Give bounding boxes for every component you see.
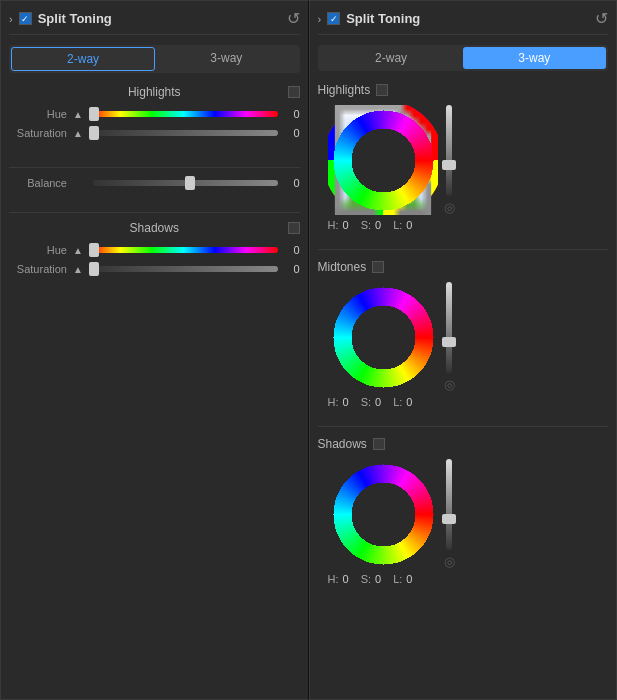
- right-midtones-section: Midtones ◎ H: 0 S: 0 L: 0: [318, 260, 609, 408]
- left-tab-2way[interactable]: 2-way: [11, 47, 155, 71]
- right-midtones-checkbox[interactable]: [372, 261, 384, 273]
- left-panel-title: Split Toning: [38, 11, 112, 26]
- right-shadows-header: Shadows: [318, 437, 609, 451]
- left-shadows-hue-label: Hue: [9, 244, 67, 256]
- right-shadows-h-value: 0: [343, 573, 349, 585]
- right-shadows-luminance-slider[interactable]: ◎: [444, 459, 455, 569]
- left-highlights-checkbox[interactable]: [288, 86, 300, 98]
- right-tab-3way[interactable]: 3-way: [463, 47, 606, 69]
- right-shadows-title: Shadows: [318, 437, 367, 451]
- right-shadows-s-value: 0: [375, 573, 381, 585]
- left-balance-row: Balance 0: [9, 176, 300, 190]
- left-shadows-title: Shadows: [21, 221, 288, 235]
- left-panel: › Split Toning ↺ 2-way 3-way Highlights …: [0, 0, 309, 700]
- right-divider-2: [318, 426, 609, 427]
- right-midtones-eye-icon[interactable]: ◎: [444, 377, 455, 392]
- left-highlights-hue-icon: ▲: [73, 109, 83, 120]
- right-shadows-section: Shadows ◎ H: 0 S: 0 L: 0: [318, 437, 609, 585]
- left-balance-label: Balance: [9, 177, 67, 189]
- right-shadows-checkbox[interactable]: [373, 438, 385, 450]
- right-midtones-header: Midtones: [318, 260, 609, 274]
- right-panel-title: Split Toning: [346, 11, 420, 26]
- left-highlights-header: Highlights: [9, 85, 300, 99]
- right-shadows-wheel-container: ◎: [318, 459, 609, 569]
- left-highlights-sat-slider[interactable]: [89, 126, 278, 140]
- left-panel-header: › Split Toning ↺: [9, 9, 300, 35]
- right-shadows-h-label: H:: [328, 573, 339, 585]
- left-reset-icon[interactable]: ↺: [287, 9, 300, 28]
- left-shadows-sat-label: Saturation: [9, 263, 67, 275]
- left-divider-1: [9, 167, 300, 168]
- left-highlights-sat-icon: ▲: [73, 128, 83, 139]
- right-highlights-l-value: 0: [406, 219, 412, 231]
- right-highlights-eye-icon[interactable]: ◎: [444, 200, 455, 215]
- right-panel-checkbox[interactable]: [327, 12, 340, 25]
- right-highlights-s-label: S:: [361, 219, 371, 231]
- right-midtones-l-value: 0: [406, 396, 412, 408]
- left-shadows-sat-value: 0: [284, 263, 300, 275]
- left-balance-slider[interactable]: [93, 176, 278, 190]
- right-midtones-h-label: H:: [328, 396, 339, 408]
- right-midtones-l-label: L:: [393, 396, 402, 408]
- right-panel: › Split Toning ↺ 2-way 3-way Highlights: [309, 0, 618, 700]
- right-highlights-section: Highlights: [318, 83, 609, 231]
- left-highlights-hue-value: 0: [284, 108, 300, 120]
- right-highlights-h-label: H:: [328, 219, 339, 231]
- left-chevron-icon[interactable]: ›: [9, 13, 13, 25]
- left-shadows-sat-icon: ▲: [73, 264, 83, 275]
- right-shadows-s-label: S:: [361, 573, 371, 585]
- left-shadows-section: Shadows Hue ▲ 0 Saturation ▲ 0: [9, 221, 300, 281]
- left-shadows-checkbox[interactable]: [288, 222, 300, 234]
- left-shadows-hue-value: 0: [284, 244, 300, 256]
- left-divider-2: [9, 212, 300, 213]
- left-highlights-sat-label: Saturation: [9, 127, 67, 139]
- left-shadows-sat-row: Saturation ▲ 0: [9, 262, 300, 276]
- left-highlights-title: Highlights: [21, 85, 288, 99]
- left-panel-checkbox[interactable]: [19, 12, 32, 25]
- right-midtones-values: H: 0 S: 0 L: 0: [318, 396, 609, 408]
- left-balance-value: 0: [284, 177, 300, 189]
- right-highlights-color-wheel[interactable]: [328, 105, 438, 215]
- right-shadows-l-value: 0: [406, 573, 412, 585]
- right-shadows-l-label: L:: [393, 573, 402, 585]
- right-shadows-values: H: 0 S: 0 L: 0: [318, 573, 609, 585]
- right-shadows-color-wheel[interactable]: [328, 459, 438, 569]
- right-midtones-wheel-container: ◎: [318, 282, 609, 392]
- left-highlights-hue-slider[interactable]: [89, 107, 278, 121]
- right-chevron-icon[interactable]: ›: [318, 13, 322, 25]
- left-shadows-sat-slider[interactable]: [89, 262, 278, 276]
- left-highlights-section: Highlights Hue ▲ 0 Saturation ▲ 0: [9, 85, 300, 145]
- right-midtones-h-value: 0: [343, 396, 349, 408]
- right-divider-1: [318, 249, 609, 250]
- left-shadows-hue-icon: ▲: [73, 245, 83, 256]
- right-midtones-title: Midtones: [318, 260, 367, 274]
- left-shadows-hue-row: Hue ▲ 0: [9, 243, 300, 257]
- right-reset-icon[interactable]: ↺: [595, 9, 608, 28]
- right-highlights-h-value: 0: [343, 219, 349, 231]
- left-tabs: 2-way 3-way: [9, 45, 300, 73]
- right-highlights-values: H: 0 S: 0 L: 0: [318, 219, 609, 231]
- left-shadows-header: Shadows: [9, 221, 300, 235]
- right-highlights-checkbox[interactable]: [376, 84, 388, 96]
- right-midtones-s-label: S:: [361, 396, 371, 408]
- right-midtones-s-value: 0: [375, 396, 381, 408]
- right-highlights-wheel-container: ◎: [318, 105, 609, 215]
- right-tab-2way[interactable]: 2-way: [320, 47, 463, 69]
- left-highlights-hue-label: Hue: [9, 108, 67, 120]
- left-highlights-sat-row: Saturation ▲ 0: [9, 126, 300, 140]
- left-highlights-hue-row: Hue ▲ 0: [9, 107, 300, 121]
- left-tab-3way[interactable]: 3-way: [155, 47, 297, 71]
- right-midtones-luminance-slider[interactable]: ◎: [444, 282, 455, 392]
- right-highlights-header: Highlights: [318, 83, 609, 97]
- right-highlights-s-value: 0: [375, 219, 381, 231]
- right-panel-header: › Split Toning ↺: [318, 9, 609, 35]
- left-highlights-sat-value: 0: [284, 127, 300, 139]
- right-midtones-color-wheel[interactable]: [328, 282, 438, 392]
- left-shadows-hue-slider[interactable]: [89, 243, 278, 257]
- right-highlights-l-label: L:: [393, 219, 402, 231]
- right-highlights-luminance-slider[interactable]: ◎: [444, 105, 455, 215]
- right-shadows-eye-icon[interactable]: ◎: [444, 554, 455, 569]
- right-tabs: 2-way 3-way: [318, 45, 609, 71]
- right-highlights-title: Highlights: [318, 83, 371, 97]
